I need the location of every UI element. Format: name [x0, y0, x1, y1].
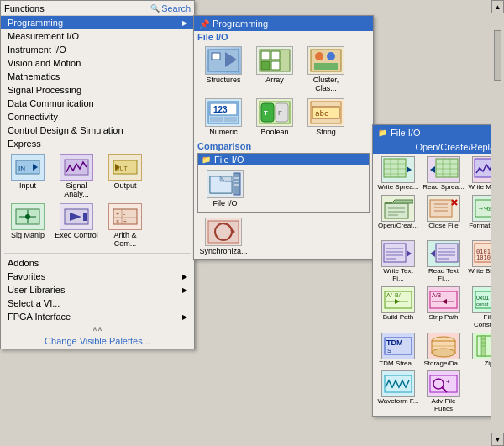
sidebar-item-instrument-io[interactable]: Instrument I/O: [1, 43, 194, 56]
read-spread-icon-box: [427, 156, 460, 183]
svg-text:+: +: [446, 378, 450, 386]
sidebar-item-label: FPGA Interface: [8, 312, 71, 322]
close-file-icon-box: [427, 195, 460, 222]
search-label[interactable]: Search: [161, 3, 191, 13]
cluster-svg-icon: [309, 48, 343, 73]
tdm-stream-label: TDM Strea...: [379, 360, 417, 368]
svg-rect-28: [271, 61, 280, 70]
arith-com-label: Arith & Com...: [103, 231, 147, 248]
sidebar-item-addons[interactable]: Addons: [1, 256, 194, 270]
sidebar-item-programming[interactable]: Programming ▶: [1, 16, 194, 29]
numeric-label: Numeric: [209, 128, 238, 136]
prog-icon-numeric[interactable]: 123 Numeric: [199, 97, 248, 138]
svg-marker-96: [407, 250, 412, 257]
sidebar-item-label: Instrument I/O: [8, 45, 66, 55]
cluster-icon-box: [307, 46, 344, 75]
open-create-label: Open/Creat...: [378, 223, 418, 230]
build-path-icon-box: A/ B/: [381, 286, 415, 313]
search-area: 🔍 Search: [150, 3, 191, 13]
svg-point-135: [432, 349, 455, 357]
output-icon: OUT: [112, 157, 139, 177]
sidebar-item-select-vi[interactable]: Select a VI...: [1, 296, 194, 310]
svg-rect-36: [210, 117, 223, 122]
svg-text:1010: 1010: [476, 254, 491, 261]
sidebar-item-label: Connectivity: [8, 112, 58, 122]
input-icon: IN: [14, 157, 41, 177]
functions-panel: Functions 🔍 Search Programming ▶ Measure…: [0, 0, 195, 349]
programming-submenu-header: 📌 Programming: [194, 16, 373, 31]
arith-com-icon: + - × ÷: [112, 207, 139, 227]
array-label: Array: [265, 76, 284, 84]
sidebar-item-control-design[interactable]: Control Design & Simulation: [1, 123, 194, 137]
icon-item-exec-control[interactable]: Exec Control: [53, 202, 100, 249]
sidebar-item-data-communication[interactable]: Data Communication: [1, 97, 194, 110]
sidebar-item-label: User Libraries: [8, 285, 65, 295]
sidebar-item-favorites[interactable]: Favorites ▶: [1, 270, 194, 283]
icon-item-signal-analy[interactable]: Signal Analy...: [53, 152, 100, 200]
prog-icon-sync[interactable]: Synchroniza...: [199, 216, 248, 257]
close-file-label: Close File: [428, 223, 459, 230]
icon-item-output[interactable]: OUT Output: [102, 152, 149, 200]
fi-icon-adv-file-funcs[interactable]: + Adv File Funcs: [422, 370, 465, 414]
fileio-expanded-icon: 📁: [378, 129, 387, 137]
prog-icon-cluster[interactable]: Cluster, Clas...: [302, 45, 350, 94]
svg-rect-97: [436, 244, 458, 262]
build-path-label: Build Path: [383, 314, 413, 322]
svg-marker-75: [385, 200, 413, 203]
fileio-icon-row: File I/O: [198, 165, 369, 212]
prog-icon-string[interactable]: abc String: [302, 97, 350, 138]
fi-icon-read-spread[interactable]: Read Sprea...: [422, 155, 465, 192]
signal-analy-icon-box: [60, 154, 93, 181]
fi-icon-strip-path[interactable]: A/B Strip Path: [422, 286, 465, 330]
fi-icon-storage-da[interactable]: Storage/Da...: [422, 332, 465, 369]
sidebar-item-signal-processing[interactable]: Signal Processing: [1, 83, 194, 97]
prog-icon-grid: Structures Array: [194, 43, 373, 139]
scroll-down-button[interactable]: ▼: [491, 433, 504, 446]
svg-rect-91: [384, 244, 406, 262]
exec-control-icon-box: [60, 203, 93, 230]
sidebar-item-measurement-io[interactable]: Measurement I/O: [1, 29, 194, 43]
waveform-f-label: Waveform F...: [377, 398, 418, 406]
fi-icon-write-text[interactable]: Write Text Fi...: [376, 239, 420, 284]
prog-icon-boolean[interactable]: T F Boolean: [250, 97, 299, 138]
sidebar-item-express[interactable]: Express: [1, 137, 194, 150]
fi-icon-read-text[interactable]: Read Text Fi...: [422, 239, 465, 284]
array-icon-box: [256, 46, 293, 75]
icon-item-input[interactable]: IN Input: [4, 152, 51, 200]
icon-item-sig-manip[interactable]: Sig Manip: [4, 202, 51, 249]
scroll-up-button[interactable]: ▲: [491, 0, 504, 13]
sidebar-item-vision-motion[interactable]: Vision and Motion: [1, 56, 194, 70]
icon-item-arith-com[interactable]: + - × ÷ Arith & Com...: [102, 202, 149, 249]
sidebar-item-connectivity[interactable]: Connectivity: [1, 110, 194, 123]
sync-icon-box: [205, 218, 242, 246]
change-palettes-link[interactable]: Change Visible Palettes...: [1, 333, 194, 349]
scrollbar-thumb[interactable]: [494, 30, 501, 81]
fi-icon-waveform-f[interactable]: Waveform F...: [376, 370, 420, 414]
svg-rect-37: [224, 117, 237, 122]
svg-text:×: ×: [116, 218, 119, 224]
collapse-arrows: ∧∧: [1, 324, 194, 333]
search-icon: 🔍: [150, 4, 160, 13]
svg-rect-13: [83, 213, 87, 221]
fi-icon-close-file[interactable]: Close File: [422, 194, 465, 239]
fi-icon-tdm-stream[interactable]: TDM S TDM Strea...: [376, 332, 420, 369]
svg-text:S: S: [387, 348, 391, 354]
exec-control-label: Exec Control: [55, 231, 98, 239]
string-icon-box: abc: [307, 98, 344, 127]
svg-rect-74: [385, 203, 408, 218]
open-create-header: Open/Create/Replace File: [373, 140, 504, 154]
read-text-icon-box: [427, 240, 460, 267]
sidebar-item-mathematics[interactable]: Mathematics: [1, 70, 194, 83]
signal-analy-icon: [63, 157, 90, 177]
sidebar-item-fpga-interface[interactable]: FPGA Interface ▶: [1, 310, 194, 323]
fi-icon-build-path[interactable]: A/ B/ Build Path: [376, 286, 420, 330]
fi-icon-write-spread[interactable]: Write Sprea...: [376, 155, 420, 192]
prog-icon-fileio[interactable]: File I/O: [203, 168, 247, 209]
fileio-icon-box: [207, 170, 244, 198]
fi-icon-open-create[interactable]: Open/Creat...: [376, 194, 420, 239]
svg-rect-26: [271, 51, 280, 60]
divider-1: [4, 253, 191, 254]
prog-icon-array[interactable]: Array: [250, 45, 299, 94]
sidebar-item-user-libraries[interactable]: User Libraries ▶: [1, 283, 194, 296]
prog-icon-structures[interactable]: Structures: [199, 45, 248, 94]
